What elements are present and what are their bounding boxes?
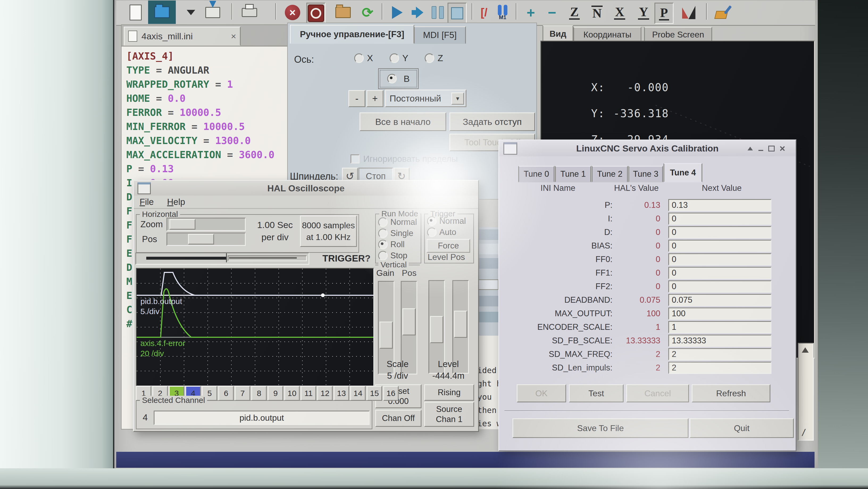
editor-tab[interactable]: 4axis_mill.ini × [124, 27, 241, 46]
print-button[interactable] [241, 3, 258, 22]
view-z-button[interactable]: Z [566, 3, 583, 22]
view-tab[interactable]: Вид [542, 25, 574, 42]
trigger-mode-radio[interactable]: Normal [427, 216, 466, 227]
jog-plus-button[interactable]: + [367, 90, 383, 107]
samples-box[interactable]: 8000 samples at 1.00 KHz [300, 216, 357, 247]
run-mode-radio[interactable]: Roll [378, 239, 417, 250]
jog-minus-button[interactable]: - [348, 90, 365, 107]
pause-button[interactable] [429, 3, 446, 22]
channel-button[interactable]: 13 [334, 386, 349, 401]
open-gcode-button[interactable] [334, 3, 352, 22]
zoom-in-button[interactable]: + [522, 3, 539, 22]
gain-slider-handle[interactable] [379, 322, 393, 349]
next-value-input[interactable]: 2 [668, 348, 772, 360]
next-value-input[interactable]: 0 [668, 253, 772, 265]
tune-tab[interactable]: Tune 1 [555, 166, 591, 182]
next-value-input[interactable]: 1 [668, 321, 772, 333]
zoom-slider-handle[interactable] [169, 219, 195, 230]
chan-off-button[interactable]: Chan Off [375, 410, 422, 427]
estop-button[interactable]: × [284, 3, 301, 22]
next-value-input[interactable]: 13.33333 [668, 335, 772, 347]
channel-button[interactable]: 6 [218, 386, 234, 401]
combo-caret-button[interactable]: ▼ [451, 93, 464, 105]
trigger-source-button[interactable]: Source Chan 1 [424, 402, 474, 427]
force-button[interactable]: Force [427, 239, 470, 253]
next-value-input[interactable]: 0.13 [668, 199, 772, 211]
trigger-edge-button[interactable]: Rising [424, 384, 474, 401]
cancel-button[interactable]: Cancel [626, 384, 689, 402]
run-mode-radio[interactable]: Stop [378, 250, 417, 261]
next-value-input[interactable]: 0 [668, 226, 772, 238]
channel-button[interactable]: 10 [284, 386, 300, 401]
osc-titlebar[interactable]: HAL Oscilloscope [134, 181, 478, 196]
clear-plot-button[interactable] [713, 3, 731, 22]
next-value-input[interactable]: 2 [668, 362, 772, 374]
next-value-input[interactable]: 0 [668, 240, 772, 252]
view-x-button[interactable]: X [611, 3, 628, 22]
menu-help[interactable]: Help [167, 197, 185, 207]
view-perspective-button[interactable]: P [654, 3, 674, 24]
maximize-button[interactable] [767, 144, 776, 153]
shade-button[interactable] [745, 144, 755, 153]
run-button[interactable] [389, 3, 406, 22]
close-button[interactable] [777, 144, 787, 153]
run-mode-radio[interactable]: Normal [378, 217, 417, 228]
view-tab[interactable]: Координаты [574, 27, 642, 42]
view-y-button[interactable]: Y [635, 3, 652, 22]
next-value-input[interactable]: 0 [668, 281, 772, 293]
save-button[interactable] [204, 3, 221, 22]
scroll-up-icon[interactable] [802, 347, 809, 353]
zoom-out-button[interactable]: − [543, 3, 561, 22]
axis-radio[interactable]: Z [425, 53, 443, 63]
tune-tab[interactable]: Tune 2 [592, 166, 628, 182]
minimize-button[interactable] [756, 144, 766, 153]
skip-lines-button[interactable]: [/ [475, 3, 493, 22]
new-file-button[interactable] [127, 3, 145, 22]
view-tab[interactable]: Probe Screen [644, 27, 712, 42]
axis-radio-b[interactable] [387, 74, 397, 84]
jog-mode-select[interactable]: Постоянный ▼ [385, 90, 466, 107]
trigger-mode-radio[interactable]: Auto [427, 227, 466, 238]
selected-channel-name-field[interactable]: pid.b.output [154, 411, 370, 425]
optional-pause-button[interactable]: M1 [494, 3, 512, 22]
menu-file[interactable]: File [140, 197, 154, 207]
pos-slider[interactable] [166, 232, 246, 246]
channel-button[interactable]: 8 [251, 386, 267, 401]
machine-power-button[interactable] [306, 3, 326, 24]
quit-button[interactable]: Quit [689, 418, 794, 438]
vertical-pos-slider-handle[interactable] [402, 308, 416, 335]
next-value-input[interactable]: 0.075 [668, 294, 772, 306]
channel-button[interactable]: 15 [367, 386, 382, 401]
zoom-slider[interactable] [166, 218, 246, 231]
view-z-rotated-button[interactable]: N [588, 3, 606, 22]
run-step-button[interactable] [409, 3, 426, 22]
channel-button[interactable]: 7 [235, 386, 250, 401]
tab-mdi[interactable]: MDI [F5] [414, 26, 466, 44]
pos-slider-handle[interactable] [188, 234, 214, 244]
ignore-limits-checkbox[interactable] [350, 154, 360, 163]
channel-button[interactable]: 12 [317, 386, 333, 401]
tune-tab[interactable]: Tune 3 [628, 166, 663, 182]
axis-radio[interactable]: Y [390, 53, 408, 63]
tab-close-icon[interactable]: × [231, 31, 236, 41]
next-value-input[interactable]: 100 [668, 307, 772, 320]
save-to-file-button[interactable]: Save To File [513, 418, 688, 438]
scrollbar-fragment[interactable]: / [798, 343, 814, 441]
channel-button[interactable]: 16 [383, 386, 399, 401]
open-recent-caret[interactable] [182, 3, 200, 22]
ok-button[interactable]: OK [517, 384, 566, 402]
rotate-view-button[interactable] [680, 3, 698, 22]
next-value-input[interactable]: 0 [668, 267, 772, 279]
tune-tab[interactable]: Tune 0 [518, 166, 555, 182]
reload-button[interactable]: ⟳ [359, 3, 376, 22]
tune-tab[interactable]: Tune 4 [663, 163, 702, 182]
axis-radio[interactable]: X [354, 53, 373, 63]
clipped-button[interactable] [477, 279, 499, 290]
channel-button[interactable]: 9 [268, 386, 283, 401]
run-mode-radio[interactable]: Single [378, 228, 417, 239]
open-file-button[interactable] [148, 1, 176, 24]
touch-off-button[interactable]: Задать отступ [450, 112, 535, 131]
stop-button[interactable] [447, 3, 467, 24]
refresh-button[interactable]: Refresh [692, 384, 770, 402]
trigger-level-handle[interactable] [430, 316, 443, 343]
